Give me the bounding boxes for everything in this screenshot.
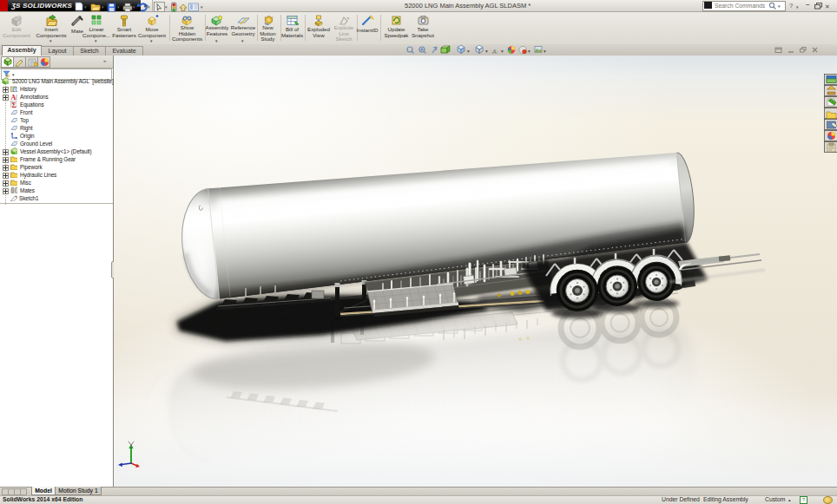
- svg-text:▾: ▾: [528, 49, 531, 54]
- svg-text:▾: ▾: [501, 49, 504, 54]
- svg-text:Σ: Σ: [12, 101, 16, 108]
- svg-text:▾: ▾: [544, 49, 546, 54]
- svg-text:A: A: [11, 94, 16, 101]
- svg-text:r: r: [497, 49, 499, 55]
- svg-text:▾: ▾: [467, 49, 470, 54]
- svg-text:▾: ▾: [485, 49, 488, 54]
